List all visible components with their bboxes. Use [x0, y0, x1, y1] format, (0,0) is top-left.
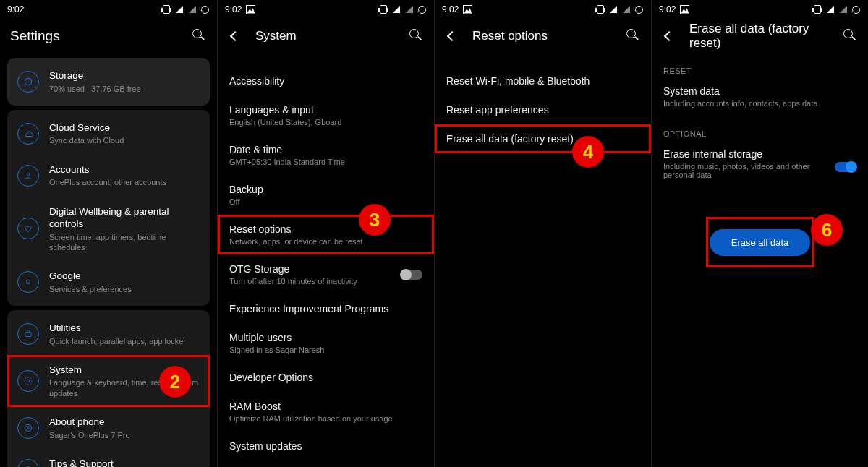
row-accessibility[interactable]: Accessibility — [218, 53, 434, 95]
item-storage[interactable]: Storage 70% used · 37.76 GB free — [7, 61, 210, 103]
status-bar: 9:02 — [435, 0, 651, 19]
heart-icon — [17, 218, 39, 239]
item-wellbeing[interactable]: Digital Wellbeing & parental controlsScr… — [7, 197, 210, 262]
search-icon[interactable] — [409, 29, 424, 43]
battery-circle-icon — [200, 5, 210, 14]
section-optional: OPTIONAL — [652, 116, 868, 145]
item-about-phone[interactable]: About phoneSagar's OnePlus 7 Pro — [7, 407, 210, 449]
row-experience[interactable]: Experience Improvement Programs — [218, 294, 434, 323]
screenshot-icon — [463, 5, 472, 14]
svg-point-7 — [27, 426, 28, 427]
status-bar: 9:02 — [218, 0, 434, 19]
row-devopts[interactable]: Developer Options — [218, 363, 434, 392]
back-button[interactable] — [445, 29, 459, 43]
row-erase-all-data[interactable]: Erase all data (factory reset) — [435, 124, 651, 153]
status-bar: 9:02 — [0, 0, 217, 19]
screen-settings: 9:02 Settings Storage 70% used · 37.76 G… — [0, 0, 217, 467]
screenshot-icon — [246, 5, 255, 14]
app-bar: Settings — [0, 19, 217, 53]
system-list: Accessibility Languages & inputEnglish (… — [218, 53, 434, 467]
item-accounts[interactable]: AccountsOnePlus account, other accounts — [7, 155, 210, 197]
svg-rect-3 — [25, 333, 31, 337]
row-ramboost[interactable]: RAM BoostOptimize RAM utilization based … — [218, 392, 434, 432]
row-reset-app-prefs[interactable]: Reset app preferences — [435, 95, 651, 124]
erase-internal-toggle[interactable] — [835, 162, 856, 172]
vibrate-icon — [161, 5, 171, 14]
row-sysupdates[interactable]: System updates — [218, 432, 434, 460]
clock: 9:02 — [442, 4, 459, 14]
battery-circle-icon — [417, 5, 427, 14]
row-otg[interactable]: OTG StorageTurn off after 10 minutes of … — [218, 254, 434, 294]
gear-icon — [17, 370, 39, 392]
search-icon[interactable] — [843, 29, 858, 43]
page-title: Settings — [10, 28, 179, 44]
item-tips[interactable]: ? Tips & SupportTips and FAQ on device u… — [7, 449, 210, 467]
signal-2-icon — [404, 5, 414, 14]
row-datetime[interactable]: Date & timeGMT+05:30 India Standard Time — [218, 135, 434, 175]
screen-erase-all: 9:02 Erase all data (factory reset) RESE… — [651, 0, 868, 467]
user-icon — [17, 165, 39, 187]
svg-point-4 — [27, 380, 30, 382]
storage-card: Storage 70% used · 37.76 GB free — [7, 58, 210, 106]
signal-1-icon — [608, 5, 618, 14]
bag-icon — [17, 323, 39, 345]
step-badge-3: 3 — [359, 204, 391, 236]
step-badge-2: 2 — [159, 366, 191, 398]
otg-toggle[interactable] — [401, 270, 422, 280]
row-languages[interactable]: Languages & inputEnglish (United States)… — [218, 95, 434, 135]
screen-reset-options: 9:02 Reset options Reset Wi-Fi, mobile &… — [434, 0, 651, 467]
screenshot-icon — [680, 5, 689, 14]
page-title: Erase all data (factory reset) — [689, 22, 830, 51]
row-erase-internal[interactable]: Erase internal storage Including music, … — [652, 145, 868, 188]
signal-2-icon — [621, 5, 631, 14]
svg-point-0 — [25, 78, 31, 85]
search-icon[interactable] — [192, 29, 207, 43]
page-title: System — [255, 29, 396, 43]
svg-text:G: G — [26, 279, 30, 286]
erase-all-data-button[interactable]: Erase all data — [710, 229, 811, 256]
row-reset-options[interactable]: Reset optionsNetwork, apps, or device ca… — [218, 215, 434, 254]
clock: 9:02 — [7, 4, 24, 14]
screen-system: 9:02 System Accessibility Languages & in… — [217, 0, 434, 467]
help-icon: ? — [17, 459, 39, 467]
clock: 9:02 — [659, 4, 676, 14]
row-multiusers[interactable]: Multiple usersSigned in as Sagar Naresh — [218, 323, 434, 363]
item-google[interactable]: G GoogleServices & preferences — [7, 261, 210, 303]
signal-1-icon — [825, 5, 835, 14]
cloud-icon — [17, 123, 39, 145]
clock: 9:02 — [225, 4, 242, 14]
row-reset-network[interactable]: Reset Wi-Fi, mobile & Bluetooth — [435, 53, 651, 95]
reset-list: Reset Wi-Fi, mobile & Bluetooth Reset ap… — [435, 53, 651, 153]
app-bar: Erase all data (factory reset) — [652, 19, 868, 53]
signal-2-icon — [187, 5, 197, 14]
signal-2-icon — [838, 5, 848, 14]
row-backup[interactable]: BackupOff — [218, 175, 434, 215]
signal-1-icon — [174, 5, 184, 14]
page-title: Reset options — [472, 29, 613, 43]
vibrate-icon — [812, 5, 822, 14]
row-poweroff[interactable]: Power Off — [218, 460, 434, 467]
status-bar: 9:02 — [652, 0, 868, 19]
signal-1-icon — [391, 5, 401, 14]
section-reset: RESET — [652, 53, 868, 82]
back-button[interactable] — [662, 29, 676, 43]
erase-button-highlight: Erase all data — [706, 217, 814, 267]
storage-icon — [17, 71, 39, 93]
step-badge-4: 4 — [572, 136, 604, 168]
row-system-data[interactable]: System data Including accounts info, con… — [652, 82, 868, 116]
item-utilities[interactable]: UtilitiesQuick launch, parallel apps, ap… — [7, 313, 210, 355]
battery-circle-icon — [851, 5, 861, 14]
step-badge-6: 6 — [811, 214, 843, 246]
app-bar: System — [218, 19, 434, 53]
storage-title: Storage — [49, 69, 200, 82]
svg-point-1 — [27, 173, 30, 176]
google-icon: G — [17, 271, 39, 293]
search-icon[interactable] — [626, 29, 641, 43]
storage-sub: 70% used · 37.76 GB free — [49, 84, 200, 94]
app-bar: Reset options — [435, 19, 651, 53]
group-accounts: Cloud ServiceSync data with Cloud Accoun… — [7, 110, 210, 306]
back-button[interactable] — [228, 29, 242, 43]
item-cloud-service[interactable]: Cloud ServiceSync data with Cloud — [7, 113, 210, 155]
vibrate-icon — [378, 5, 388, 14]
battery-circle-icon — [634, 5, 644, 14]
